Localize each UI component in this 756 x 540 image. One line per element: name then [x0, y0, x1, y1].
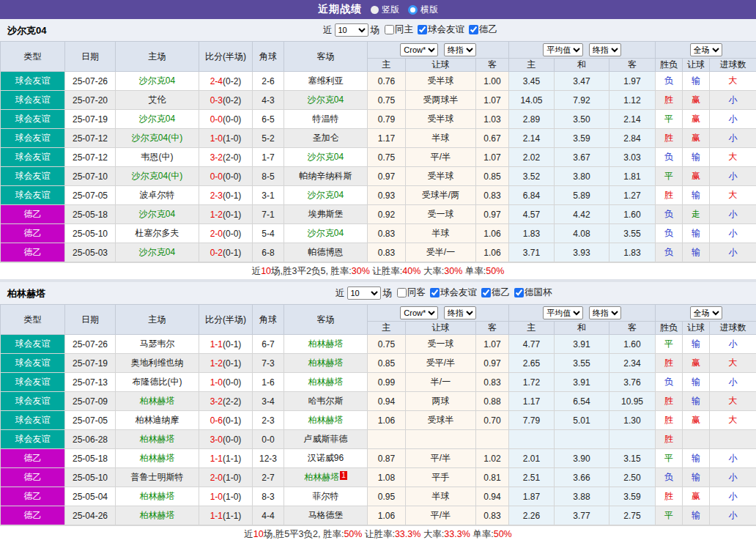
- filter-option[interactable]: 德乙: [464, 23, 497, 36]
- away-team-cell: 沙尔克04: [284, 224, 368, 243]
- final-index-select-2[interactable]: 终指: [589, 43, 621, 56]
- home-team-cell: 普鲁士明斯特: [116, 468, 199, 487]
- final-index-select-2[interactable]: 终指: [589, 306, 621, 319]
- filter-checkbox[interactable]: [514, 288, 524, 297]
- filter-checkbox[interactable]: [397, 288, 407, 297]
- average-odds-cell: 4.77: [509, 335, 555, 354]
- home-team-cell: 沙尔克04: [116, 243, 199, 262]
- section-header: 沙尔克04 近 10 场 同主球会友谊德乙: [0, 19, 756, 41]
- score-cell: 0-2(0-1): [199, 243, 253, 262]
- average-odds-cell: 3.93: [555, 243, 609, 262]
- corners-cell: 3-4: [253, 392, 284, 411]
- result-cell: 胜: [656, 91, 683, 110]
- home-team-cell: 沙尔克04: [116, 205, 199, 224]
- result-cell: 小: [710, 129, 756, 148]
- average-odds-cell: 2.01: [509, 449, 555, 468]
- date-cell: 25-07-09: [65, 392, 116, 411]
- result-cell: 胜: [656, 411, 683, 430]
- average-odds-cell: 3.67: [555, 148, 609, 167]
- scope-select[interactable]: 全场: [690, 306, 722, 319]
- summary-line: 近10场,胜5平3负2, 胜率:50% 让胜率:33.3% 大率:33.3% 单…: [0, 525, 756, 540]
- radio-horizontal-icon[interactable]: [408, 5, 418, 15]
- filter-controls: 近 10 场 同客球会友谊德乙德国杯: [333, 285, 552, 301]
- provider-odds-cell: 0.95: [368, 487, 406, 506]
- score-cell: 0-3(0-2): [199, 91, 253, 110]
- result-cell: 小: [710, 487, 756, 506]
- average-odds-cell: 3.88: [555, 487, 609, 506]
- average-odds-select[interactable]: 平均值: [543, 306, 583, 319]
- sub-header: 和: [555, 59, 609, 72]
- provider-odds-cell: 1.08: [368, 468, 406, 487]
- result-cell: 大: [710, 148, 756, 167]
- league-cell: 球会友谊: [1, 148, 65, 167]
- average-odds-cell: 3.90: [555, 449, 609, 468]
- filter-checkbox[interactable]: [430, 288, 440, 297]
- result-cell: 赢: [683, 91, 710, 110]
- away-team-cell: 埃弗斯堡: [284, 205, 368, 224]
- team-section: 柏林赫塔 近 10 场 同客球会友谊德乙德国杯 类型 日期 主场 比分(半场: [0, 282, 756, 540]
- home-team-cell: 柏林赫塔: [116, 449, 199, 468]
- sub-header: 主: [368, 59, 406, 72]
- score-cell: 2-0(1-0): [199, 468, 253, 487]
- average-odds-cell: 3.66: [555, 468, 609, 487]
- recent-count-select[interactable]: 10: [335, 23, 368, 37]
- score-cell: 3-2(2-0): [199, 148, 253, 167]
- corners-cell: 2-3: [253, 411, 284, 430]
- average-odds-cell: 1.72: [509, 373, 555, 392]
- filter-option[interactable]: 同主: [382, 23, 413, 36]
- score-cell: 0-0(0-0): [199, 167, 253, 186]
- league-cell: 德乙: [1, 468, 65, 487]
- final-index-select-1[interactable]: 终指: [444, 43, 476, 56]
- radio-vertical-label: 竖版: [382, 4, 399, 16]
- provider-odds-cell: 平/半: [406, 449, 476, 468]
- recent-count-select[interactable]: 10: [347, 286, 381, 300]
- filter-option[interactable]: 球会友谊: [426, 286, 477, 299]
- team-name: 沙尔克04: [7, 24, 46, 37]
- filter-checkbox[interactable]: [481, 288, 491, 297]
- col-header: 类型: [1, 42, 65, 72]
- final-index-select-1[interactable]: 终指: [444, 306, 476, 319]
- games-label: 场: [371, 24, 380, 37]
- score-cell: 1-0(1-0): [199, 129, 253, 148]
- sub-header: 进球数: [710, 322, 756, 335]
- top-bar: 近期战绩 竖版 横版: [0, 0, 756, 19]
- layout-radio-vertical[interactable]: 竖版: [371, 4, 399, 16]
- provider-odds-cell: 半/一: [406, 373, 476, 392]
- radio-vertical-icon[interactable]: [371, 6, 379, 14]
- provider-odds-cell: [368, 430, 406, 449]
- average-odds-cell: 2.51: [509, 468, 555, 487]
- date-cell: 25-07-26: [65, 72, 116, 91]
- match-row: 球会友谊25-07-05柏林迪纳摩0-6(0-1)2-3柏林赫塔1.06受球半0…: [1, 411, 756, 430]
- average-odds-select[interactable]: 平均值: [543, 43, 583, 56]
- filter-checkbox[interactable]: [385, 25, 394, 34]
- filter-option[interactable]: 同客: [394, 286, 426, 299]
- odds-provider-select[interactable]: Crow*: [400, 306, 438, 319]
- result-cell: 胜: [656, 129, 683, 148]
- score-cell: 1-1(0-1): [199, 335, 253, 354]
- match-row: 球会友谊25-07-26沙尔克042-4(0-2)2-6塞维利亚0.76受半球1…: [1, 72, 756, 91]
- average-odds-cell: 1.83: [609, 243, 656, 262]
- result-cell: 负: [656, 224, 683, 243]
- provider-odds-cell: [476, 430, 509, 449]
- result-cell: 输: [683, 243, 710, 262]
- provider-odds-cell: 两球: [406, 392, 476, 411]
- away-team-cell: 沙尔克04: [284, 91, 368, 110]
- scope-select[interactable]: 全场: [690, 43, 722, 56]
- filter-option[interactable]: 德国杯: [510, 286, 552, 299]
- corners-cell: 0-0: [253, 430, 284, 449]
- home-team-cell: 韦恩(中): [116, 148, 199, 167]
- layout-radio-horizontal[interactable]: 横版: [408, 4, 438, 16]
- date-cell: 25-07-12: [65, 129, 116, 148]
- sub-header: 主: [509, 59, 555, 72]
- provider-odds-cell: 1.06: [476, 224, 509, 243]
- league-cell: 德乙: [1, 243, 65, 262]
- filter-checkbox[interactable]: [418, 25, 427, 34]
- page-title: 近期战绩: [318, 3, 362, 16]
- filter-checkbox[interactable]: [469, 25, 478, 34]
- filter-option[interactable]: 德乙: [477, 286, 510, 299]
- average-odds-cell: 1.81: [609, 167, 656, 186]
- provider-odds-cell: 1.06: [368, 506, 406, 525]
- provider-odds-cell: 平手: [406, 468, 476, 487]
- odds-provider-select[interactable]: Crow*: [400, 43, 438, 56]
- filter-option[interactable]: 球会友谊: [413, 23, 464, 36]
